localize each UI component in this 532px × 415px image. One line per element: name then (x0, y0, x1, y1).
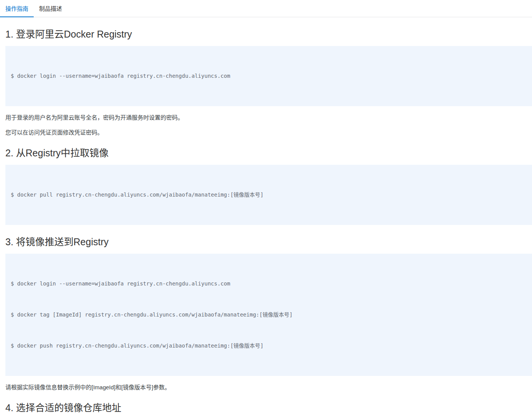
code-line: $ docker push registry.cn-chengdu.aliyun… (11, 341, 527, 351)
code-block-login: $ docker login --username=wjaibaofa regi… (5, 46, 532, 106)
code-line: $ docker login --username=wjaibaofa regi… (11, 71, 527, 81)
code-block-push: $ docker login --username=wjaibaofa regi… (5, 254, 532, 376)
code-line: $ docker login --username=wjaibaofa regi… (11, 279, 527, 289)
login-note-1: 用于登录的用户名为阿里云账号全名，密码为开通服务时设置的密码。 (5, 114, 527, 121)
push-note: 请根据实际镜像信息替换示例中的[ImageId]和[镜像版本号]参数。 (5, 384, 527, 391)
section-login-heading: 1. 登录阿里云Docker Registry (5, 28, 532, 40)
guide-content: 1. 登录阿里云Docker Registry $ docker login -… (0, 28, 532, 415)
code-line: $ docker pull registry.cn-chengdu.aliyun… (11, 190, 527, 200)
login-note-2: 您可以在访问凭证页面修改凭证密码。 (5, 129, 527, 136)
section-endpoint-heading: 4. 选择合适的镜像仓库地址 (5, 402, 532, 414)
tab-artifact-description[interactable]: 制品描述 (34, 0, 67, 17)
code-block-pull: $ docker pull registry.cn-chengdu.aliyun… (5, 165, 532, 225)
section-pull-heading: 2. 从Registry中拉取镜像 (5, 147, 532, 159)
tab-operation-guide[interactable]: 操作指南 (0, 0, 34, 17)
section-push-heading: 3. 将镜像推送到Registry (5, 236, 532, 248)
code-line: $ docker tag [ImageId] registry.cn-cheng… (11, 310, 527, 320)
tab-bar: 操作指南 制品描述 (0, 0, 532, 17)
